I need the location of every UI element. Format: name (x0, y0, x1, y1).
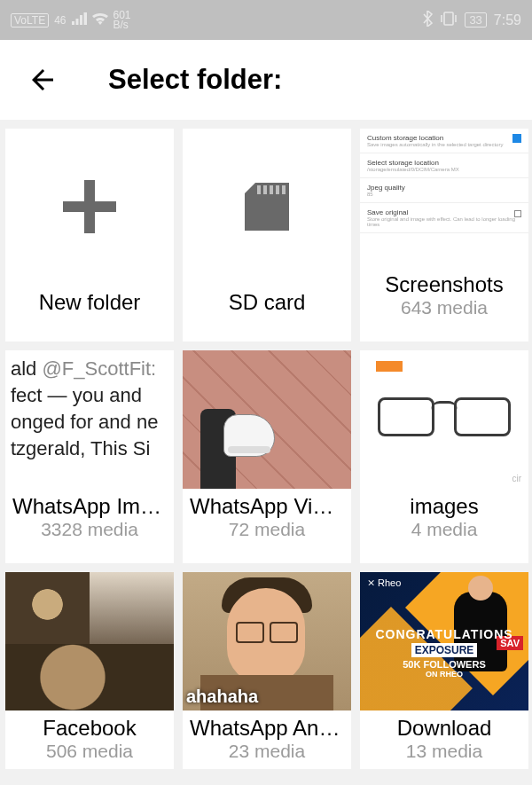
tile-whatsapp-images[interactable]: ald @F_ScottFit:fect — you andonged for … (5, 350, 174, 563)
tile-sub (183, 315, 351, 322)
tile-sub (5, 315, 174, 322)
tile-thumb: ald @F_ScottFit:fect — you andonged for … (5, 350, 174, 489)
tile-images[interactable]: cir images 4 media (360, 350, 528, 563)
network-gen: 46 (54, 14, 66, 27)
app-bar: Select folder: (0, 40, 532, 120)
tile-download[interactable]: ⨯ Rheo SAV CONGRATULATIONS EXPOSURE 50K … (360, 572, 528, 769)
status-right: 33 7:59 (423, 11, 521, 30)
tile-thumb: ⨯ Rheo SAV CONGRATULATIONS EXPOSURE 50K … (360, 572, 528, 710)
back-button[interactable] (27, 64, 59, 96)
tile-label: WhatsApp Images (5, 489, 174, 519)
tile-label: WhatsApp Animated Gifs (183, 710, 351, 741)
tile-thumb (183, 350, 351, 489)
tile-label: Download (360, 710, 528, 741)
tile-sub: 13 media (360, 741, 528, 769)
tile-whatsapp-animated[interactable]: ahahaha WhatsApp Animated Gifs 23 media (183, 572, 351, 769)
tile-thumb: ahahaha (183, 572, 351, 710)
tile-label: Facebook (5, 710, 174, 741)
tile-whatsapp-video[interactable]: WhatsApp Video 72 media (183, 350, 351, 563)
new-folder-icon (5, 129, 174, 285)
tile-label: WhatsApp Video (183, 489, 351, 519)
tile-thumb (5, 572, 174, 710)
tile-sub: 72 media (183, 519, 351, 547)
tile-sub: 3328 media (5, 519, 174, 547)
vibrate-icon (440, 12, 458, 29)
tile-label: images (360, 489, 528, 519)
sd-card-icon (183, 129, 351, 285)
page-title: Select folder: (108, 64, 282, 96)
tile-new-folder[interactable]: New folder (5, 129, 174, 341)
network-speed: 601 B/s (113, 11, 131, 30)
signal-icon (72, 12, 87, 28)
volte-badge: VoLTE (11, 13, 49, 27)
battery-level: 33 (465, 12, 486, 27)
tile-screenshots[interactable]: Custom storage locationSave images autom… (360, 129, 528, 341)
status-left: VoLTE 46 601 B/s (11, 11, 131, 30)
tile-facebook[interactable]: Facebook 506 media (5, 572, 174, 769)
wifi-icon (92, 12, 108, 28)
svg-rect-0 (444, 12, 453, 25)
tile-thumb: cir (360, 350, 528, 489)
status-bar: VoLTE 46 601 B/s 33 7:59 (0, 0, 532, 40)
clock: 7:59 (494, 12, 521, 28)
tile-sub: 506 media (5, 741, 174, 769)
tile-sd-card[interactable]: SD card (183, 129, 351, 341)
bluetooth-icon (423, 11, 433, 30)
folder-grid: New folder SD card Custom storage locati… (0, 120, 532, 778)
tile-label: Screenshots (360, 267, 528, 297)
tile-sub: 4 media (360, 519, 528, 547)
tile-sub: 643 media (360, 297, 528, 326)
tile-label: SD card (183, 285, 351, 315)
tile-sub: 23 media (183, 741, 351, 769)
tile-label: New folder (5, 285, 174, 315)
tile-thumb: Custom storage locationSave images autom… (360, 129, 528, 267)
